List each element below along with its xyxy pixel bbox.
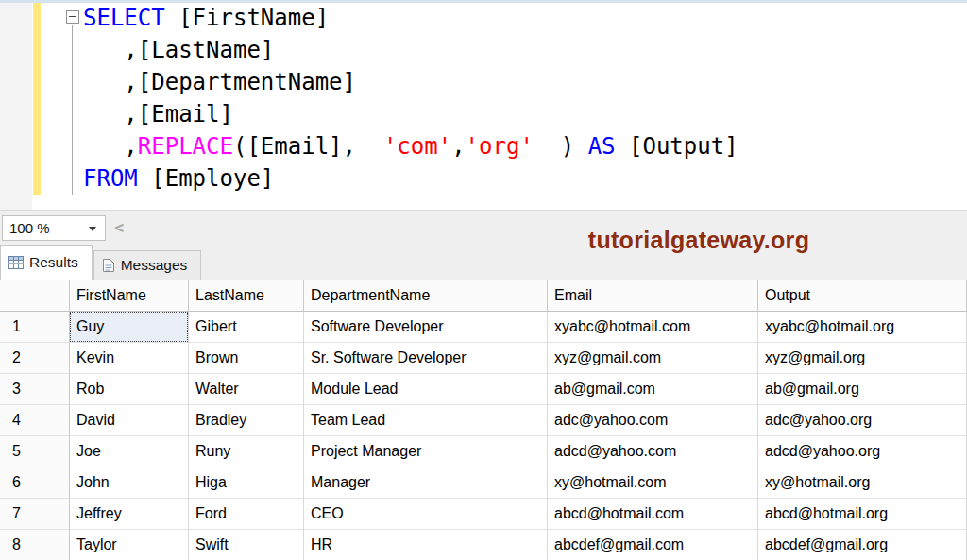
grid-cell[interactable]: HR	[304, 530, 548, 560]
code-line: ,[LastName]	[83, 34, 738, 66]
grid-cell[interactable]: Manager	[304, 467, 548, 499]
results-panel-chrome: 100 % < tutorialgateway.org Results	[0, 210, 967, 280]
grid-cell[interactable]: abcd@hotmail.org	[758, 499, 967, 530]
grid-cell[interactable]: Kevin	[70, 343, 189, 374]
zoom-level-value: 100 %	[9, 220, 50, 236]
grid-cell[interactable]: Bradley	[189, 405, 304, 436]
code-line: SELECT [FirstName]	[83, 2, 738, 34]
outline-guide-line	[72, 25, 73, 195]
grid-cell[interactable]: CEO	[304, 499, 548, 530]
sql-text: ([Email],	[233, 133, 383, 160]
collapse-toggle-icon[interactable]	[66, 10, 79, 24]
scroll-left-button[interactable]: <	[114, 218, 124, 237]
code-line: FROM [Employe]	[83, 162, 738, 195]
tab-label: Results	[29, 254, 78, 271]
tab-messages[interactable]: Messages	[93, 250, 202, 280]
sql-string: 'com'	[383, 133, 451, 160]
grid-cell[interactable]: Swift	[189, 530, 304, 560]
sql-text: ,[DepartmentName]	[83, 69, 356, 95]
outline-guide-end	[72, 195, 82, 195]
sql-text: [FirstName]	[165, 5, 329, 31]
grid-cell[interactable]: adc@yahoo.org	[758, 405, 967, 436]
grid-cell[interactable]: Software Developer	[304, 312, 548, 343]
query-editor[interactable]: SELECT [FirstName] ,[LastName] ,[Departm…	[0, 3, 967, 210]
results-grid: FirstNameLastNameDepartmentNameEmailOutp…	[0, 280, 967, 560]
grid-cell[interactable]: xyz@gmail.com	[548, 343, 758, 374]
grid-cell[interactable]: Module Lead	[304, 374, 548, 405]
editor-gutter	[0, 3, 32, 210]
row-number[interactable]: 7	[0, 499, 70, 530]
grid-cell[interactable]: adc@yahoo.com	[548, 405, 758, 436]
row-number[interactable]: 1	[0, 312, 70, 343]
grid-cell[interactable]: Project Manager	[304, 436, 548, 467]
grid-cell[interactable]: Jeffrey	[70, 499, 189, 530]
sql-text: ,	[451, 133, 465, 160]
modified-lines-indicator	[33, 3, 41, 195]
tab-results[interactable]: Results	[0, 245, 93, 280]
tab-label: Messages	[121, 257, 188, 274]
code-lines: SELECT [FirstName] ,[LastName] ,[Departm…	[83, 2, 738, 195]
grid-cell[interactable]: abcd@hotmail.com	[548, 499, 758, 530]
grid-cell[interactable]: Runy	[189, 436, 304, 467]
grid-cell[interactable]: abcdef@gmail.org	[758, 530, 967, 560]
row-number[interactable]: 8	[0, 530, 70, 560]
selected-cell[interactable]: Guy	[70, 312, 189, 343]
row-number[interactable]: 5	[0, 436, 70, 467]
watermark-text: tutorialgateway.org	[529, 227, 869, 254]
grid-cell[interactable]: abcdef@gmail.com	[548, 530, 758, 560]
ssms-window: SELECT [FirstName] ,[LastName] ,[Departm…	[0, 0, 967, 560]
sql-string: 'org'	[466, 133, 534, 160]
results-grid-icon	[8, 256, 24, 269]
grid-cell[interactable]: Gibert	[189, 312, 304, 343]
grid-cell[interactable]: adcd@yahoo.org	[758, 436, 967, 467]
grid-cell[interactable]: adcd@yahoo.com	[548, 436, 758, 467]
grid-cell[interactable]: David	[70, 405, 189, 436]
grid-cell[interactable]: ab@gmail.org	[758, 374, 967, 405]
grid-cell[interactable]: xyabc@hotmail.com	[548, 312, 758, 343]
grid-cell[interactable]: xyz@gmail.org	[758, 343, 967, 374]
grid-cell[interactable]: Sr. Software Developer	[304, 343, 548, 374]
column-header-lastname[interactable]: LastName	[189, 280, 304, 312]
row-number[interactable]: 6	[0, 467, 70, 499]
code-line: ,[Email]	[83, 98, 738, 130]
sql-keyword: AS	[588, 133, 616, 160]
column-header-output[interactable]: Output	[758, 280, 967, 312]
sql-text: ,[LastName]	[83, 37, 274, 63]
sql-keyword: SELECT	[83, 5, 165, 31]
grid-cell[interactable]: Team Lead	[304, 405, 548, 436]
messages-doc-icon	[102, 258, 115, 273]
grid-cell[interactable]: Joe	[70, 436, 189, 467]
grid-cell[interactable]: John	[70, 467, 189, 499]
code-line: ,REPLACE([Email], 'com','org' ) AS [Outp…	[83, 130, 738, 162]
grid-cell[interactable]: ab@gmail.com	[548, 374, 758, 405]
sql-text: [Output]	[616, 133, 738, 160]
sql-function: REPLACE	[138, 133, 233, 160]
grid-cell[interactable]: Rob	[70, 374, 189, 405]
grid-cell[interactable]: Higa	[189, 467, 304, 499]
sql-keyword: FROM	[83, 165, 138, 192]
column-header-firstname[interactable]: FirstName	[70, 280, 189, 312]
row-number[interactable]: 3	[0, 374, 70, 405]
column-header-departmentname[interactable]: DepartmentName	[304, 280, 548, 312]
grid-cell[interactable]: Walter	[189, 374, 304, 405]
grid-cell[interactable]: xy@hotmail.org	[758, 467, 967, 499]
zoom-level-dropdown[interactable]: 100 %	[2, 215, 106, 241]
row-number[interactable]: 4	[0, 405, 70, 436]
sql-text: ,[Email]	[83, 101, 233, 127]
sql-text: [Employe]	[138, 165, 275, 192]
chevron-down-icon	[89, 227, 96, 231]
column-header-email[interactable]: Email	[548, 280, 758, 312]
grid-corner-header[interactable]	[0, 280, 70, 312]
grid-cell[interactable]: Taylor	[70, 530, 189, 560]
row-number[interactable]: 2	[0, 343, 70, 374]
grid-cell[interactable]: xyabc@hotmail.org	[758, 312, 967, 343]
grid-cell[interactable]: xy@hotmail.com	[548, 467, 758, 499]
code-line: ,[DepartmentName]	[83, 66, 738, 98]
sql-text: )	[534, 133, 588, 160]
sql-text: ,	[83, 133, 138, 160]
grid-cell[interactable]: Ford	[189, 499, 304, 530]
results-tabs: Results Messages	[0, 245, 201, 280]
grid-cell[interactable]: Brown	[189, 343, 304, 374]
